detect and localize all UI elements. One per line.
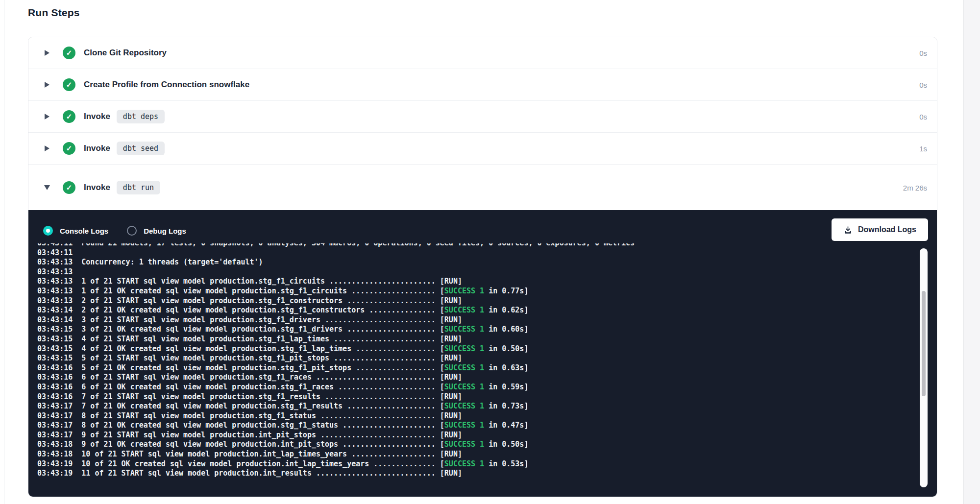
log-line: 03:43:11: [37, 248, 919, 258]
left-divider: [4, 0, 4, 504]
radio-selected-icon[interactable]: [43, 226, 53, 236]
step-duration: 0s: [919, 81, 927, 89]
success-check-icon: ✓: [63, 181, 75, 194]
debug-logs-label: Debug Logs: [144, 227, 186, 235]
step-duration: 2m 26s: [903, 183, 927, 192]
log-line: 03:43:16 5 of 21 OK created sql view mod…: [37, 363, 919, 373]
step-command-pill: dbt run: [117, 181, 160, 194]
log-line: 03:43:19 10 of 21 OK created sql view mo…: [37, 459, 919, 469]
success-check-icon: ✓: [63, 47, 75, 59]
step-command-pill: dbt deps: [117, 110, 165, 123]
page-title: Run Steps: [28, 7, 80, 19]
log-line: 03:43:14 3 of 21 START sql view model pr…: [37, 315, 919, 325]
log-line: 03:43:17 7 of 21 OK created sql view mod…: [37, 402, 919, 411]
log-line: 03:43:14 2 of 21 OK created sql view mod…: [37, 306, 919, 315]
run-steps-card: ✓Clone Git Repository0s✓Create Profile f…: [28, 37, 937, 497]
step-row[interactable]: ✓Create Profile from Connection snowflak…: [28, 69, 937, 101]
right-rail: [963, 0, 980, 504]
download-logs-button[interactable]: Download Logs: [832, 218, 928, 241]
log-line: 03:43:15 4 of 21 START sql view model pr…: [37, 335, 919, 344]
chevron-shape: [45, 82, 49, 88]
log-line: 03:43:15 5 of 21 START sql view model pr…: [37, 354, 919, 363]
console-logs-label: Console Logs: [60, 227, 108, 235]
log-line: 03:43:13 1 of 21 START sql view model pr…: [37, 277, 919, 287]
log-line: 03:43:17 8 of 21 OK created sql view mod…: [37, 421, 919, 431]
step-row[interactable]: ✓Clone Git Repository0s: [28, 37, 937, 69]
success-status: SUCCESS 1: [444, 402, 484, 410]
run-steps-list: ✓Clone Git Repository0s✓Create Profile f…: [28, 37, 937, 210]
success-check-icon: ✓: [63, 110, 75, 123]
step-label: Clone Git Repository: [84, 48, 167, 58]
log-scrollbar-track[interactable]: [920, 248, 928, 487]
log-line: 03:43:13 Concurrency: 1 threads (target=…: [37, 258, 919, 267]
radio-unselected-icon[interactable]: [127, 226, 137, 236]
step-row[interactable]: ✓Invokedbt deps0s: [28, 101, 937, 133]
step-command-pill: dbt seed: [117, 142, 165, 155]
log-line: 03:43:16 6 of 21 START sql view model pr…: [37, 373, 919, 383]
console-panel: Console Logs Debug Logs Download Logs 03…: [28, 210, 937, 497]
step-duration: 0s: [919, 113, 927, 121]
step-duration: 1s: [919, 144, 927, 153]
log-line: 03:43:15 4 of 21 OK created sql view mod…: [37, 344, 919, 354]
success-status: SUCCESS 1: [444, 383, 484, 391]
success-status: SUCCESS 1: [444, 306, 484, 314]
log-line: 03:43:11 Found 21 models, 17 tests, 0 sn…: [37, 243, 919, 248]
success-status: SUCCESS 1: [444, 325, 484, 334]
log-line: 03:43:17 9 of 21 START sql view model pr…: [37, 431, 919, 440]
chevron-down-icon[interactable]: [44, 184, 50, 192]
log-line: 03:43:16 7 of 21 START sql view model pr…: [37, 392, 919, 402]
log-line: 03:43:18 9 of 21 OK created sql view mod…: [37, 440, 919, 450]
success-status: SUCCESS 1: [444, 440, 484, 449]
chevron-right-icon[interactable]: [44, 81, 50, 89]
log-line: 03:43:15 3 of 21 OK created sql view mod…: [37, 325, 919, 335]
step-label: Invoke: [84, 112, 110, 121]
success-status: SUCCESS 1: [444, 344, 484, 353]
step-duration: 0s: [919, 49, 927, 57]
chevron-shape: [45, 114, 49, 120]
success-status: SUCCESS 1: [444, 287, 484, 295]
log-line: 03:43:13: [37, 267, 919, 277]
log-lines: 03:43:11 Found 21 models, 17 tests, 0 sn…: [37, 243, 919, 479]
log-viewport: 03:43:11 Found 21 models, 17 tests, 0 sn…: [37, 243, 919, 489]
step-row[interactable]: ✓Invokedbt run2m 26s: [28, 165, 937, 210]
chevron-right-icon[interactable]: [44, 49, 50, 57]
tab-console-logs[interactable]: Console Logs: [43, 226, 108, 236]
chevron-right-icon[interactable]: [44, 113, 50, 120]
download-icon: [843, 225, 853, 235]
success-status: SUCCESS 1: [444, 459, 484, 468]
chevron-shape: [45, 145, 49, 151]
log-line: 03:43:18 10 of 21 START sql view model p…: [37, 450, 919, 459]
tab-debug-logs[interactable]: Debug Logs: [127, 226, 186, 236]
step-label: Create Profile from Connection snowflake: [84, 80, 249, 90]
log-line: 03:43:16 6 of 21 OK created sql view mod…: [37, 383, 919, 392]
chevron-right-icon[interactable]: [44, 144, 50, 152]
chevron-shape: [44, 185, 50, 190]
log-line: 03:43:13 1 of 21 OK created sql view mod…: [37, 287, 919, 296]
success-status: SUCCESS 1: [444, 363, 484, 372]
log-line: 03:43:19 11 of 21 START sql view model p…: [37, 469, 919, 479]
success-check-icon: ✓: [63, 78, 75, 91]
log-tabs: Console Logs Debug Logs: [43, 226, 186, 236]
download-logs-label: Download Logs: [858, 225, 916, 234]
log-scrollbar-thumb[interactable]: [922, 291, 926, 396]
step-row[interactable]: ✓Invokedbt seed1s: [28, 133, 937, 165]
log-line: 03:43:17 8 of 21 START sql view model pr…: [37, 411, 919, 421]
success-status: SUCCESS 1: [444, 421, 484, 430]
chevron-shape: [45, 50, 49, 56]
success-check-icon: ✓: [63, 142, 75, 155]
step-label: Invoke: [84, 144, 110, 153]
step-label: Invoke: [84, 183, 110, 192]
log-line: 03:43:13 2 of 21 START sql view model pr…: [37, 296, 919, 306]
